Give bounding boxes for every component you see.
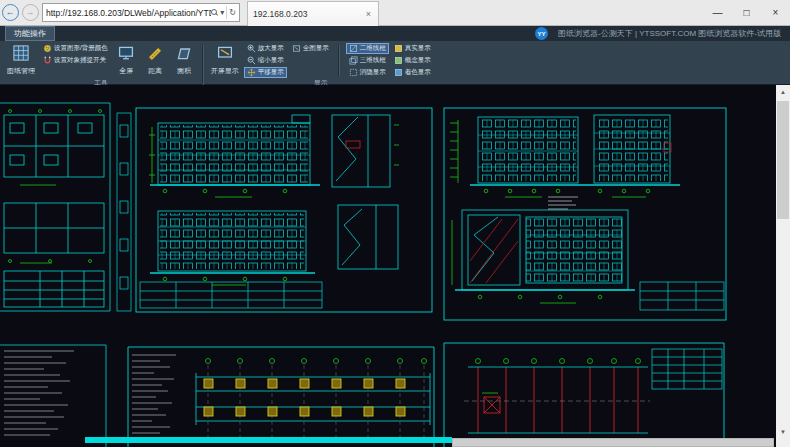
fit-all-button[interactable]: 全图显示 [289,43,332,54]
refresh-icon[interactable]: ↻ [229,8,236,17]
button-label: 图纸管理 [7,66,35,76]
button-label: 二维线框 [360,44,386,53]
button-label: 放大显示 [258,44,284,53]
minimize-button[interactable]: — [703,0,732,26]
br-bounds [468,367,648,433]
window-controls: — □ × [703,0,790,26]
back-icon: ← [2,4,19,21]
palette-icon [43,44,52,53]
button-label: 设置对象捕捉开关 [54,56,106,65]
set-color-button[interactable]: 设置图形/背景颜色 [40,43,111,54]
hidden-line-icon [349,68,358,77]
scroll-down-icon[interactable]: ▼ [776,425,790,438]
shaded-icon [394,68,403,77]
button-label: 设置图形/背景颜色 [54,44,108,53]
sheet-bottom-center-border [128,347,434,447]
hidden-line-button[interactable]: 消隐显示 [346,67,389,78]
br-table [652,349,722,389]
pan-button[interactable]: 平移显示 [244,67,287,78]
ribbon-tab-operations[interactable]: 功能操作 [5,26,55,41]
br-detail-column [484,397,500,413]
button-label: 距离 [148,66,162,76]
button-label: 全图显示 [303,44,329,53]
pan-icon [247,68,256,77]
center-title-block [140,282,322,308]
area-icon [176,45,192,61]
button-label: 真实显示 [405,44,431,53]
button-label: 消隐显示 [360,68,386,77]
area-button[interactable]: 面积 [171,43,198,78]
center-elevation-bottom [150,211,315,273]
search-icon[interactable] [211,9,218,16]
sheet-edge-strip [85,437,452,443]
shaded-button[interactable]: 着色显示 [391,67,434,78]
bc-axis-lines [208,365,424,437]
search-dropdown-icon[interactable]: ▾ [220,8,224,17]
browser-chrome: ← → http://192.168.0.203/DLWeb/Applicati… [0,0,790,26]
wireframe-2d-button[interactable]: 二维线框 [346,43,389,54]
fullscreen-icon [118,45,134,61]
ribbon-group-divider [202,45,204,85]
button-label: 着色显示 [405,68,431,77]
fit-screen-icon [217,45,233,61]
tab-title: 192.168.0.203 [253,9,307,19]
button-label: 全屏 [119,66,133,76]
fullscreen-button[interactable]: 全屏 [113,43,140,78]
conceptual-button[interactable]: 概念显示 [391,55,434,66]
wireframe-3d-button[interactable]: 三维线框 [346,55,389,66]
cad-canvas[interactable] [0,85,776,447]
close-button[interactable]: × [761,0,790,26]
status-text: 图纸浏览器-公测天下 | YTSSOFT.COM 图纸浏览器软件-试用版 [554,28,785,39]
vertical-scroll-thumb[interactable] [777,101,789,219]
right-notes [548,197,578,209]
fit-screen-button[interactable]: 开屏显示 [208,43,242,78]
ribbon-subgroup-divider [338,45,340,76]
forward-button[interactable]: → [20,2,40,24]
zoom-in-button[interactable]: 放大显示 [244,43,287,54]
bc-axis-bubbles [206,359,427,364]
fit-all-icon [292,44,301,53]
ribbon-group-tools: 图纸管理 设置图形/背景颜色 [4,43,198,87]
distance-button[interactable]: 距离 [142,43,169,78]
button-label: 平移显示 [258,68,284,77]
tab-close-icon[interactable]: × [364,9,373,19]
vertical-scrollbar[interactable]: ▲ ▼ [776,85,790,438]
snap-toggle-button[interactable]: 设置对象捕捉开关 [40,55,111,66]
button-label: 开屏显示 [211,66,239,76]
address-divider [226,6,227,19]
cad-drawing [0,85,776,447]
browser-tab[interactable]: 192.168.0.203 × [247,1,379,26]
center-stair-detail [346,141,360,148]
wireframe-2d-icon [349,44,358,53]
center-elevation-top [150,115,320,185]
button-label: 面积 [177,66,191,76]
button-label: 三维线框 [360,56,386,65]
back-button[interactable]: ← [0,2,20,24]
zoom-out-icon [247,56,256,65]
ribbon: 功能操作 YY 图纸浏览器-公测天下 | YTSSOFT.COM 图纸浏览器软件… [0,26,790,85]
sheet-left-dimensions [9,110,102,264]
right-section [455,210,635,290]
realistic-icon [394,44,403,53]
horizontal-scroll-thumb[interactable] [452,438,774,447]
sheet-bottom-right-border [444,343,724,447]
address-bar[interactable]: http://192.168.0.203/DLWeb/Application/Y… [42,3,240,22]
conceptual-icon [394,56,403,65]
app-logo-icon: YY [535,27,548,40]
center-stair-sections [332,115,398,269]
right-title-block [640,282,724,310]
ribbon-body: 图纸管理 设置图形/背景颜色 [0,41,790,87]
wireframe-3d-icon [349,56,358,65]
scroll-up-icon[interactable]: ▲ [776,85,790,98]
drawing-manager-button[interactable]: 图纸管理 [4,43,38,78]
br-grid [478,367,638,433]
ribbon-group-display: 开屏显示 放大显示 [208,43,434,87]
scrollbar-corner [776,438,790,447]
realistic-button[interactable]: 真实显示 [391,43,434,54]
maximize-button[interactable]: □ [732,0,761,26]
zoom-out-button[interactable]: 缩小显示 [244,55,287,66]
ruler-icon [147,45,163,61]
forward-icon: → [22,4,39,21]
right-elevations [470,115,680,185]
browser-window: ← → http://192.168.0.203/DLWeb/Applicati… [0,0,790,447]
